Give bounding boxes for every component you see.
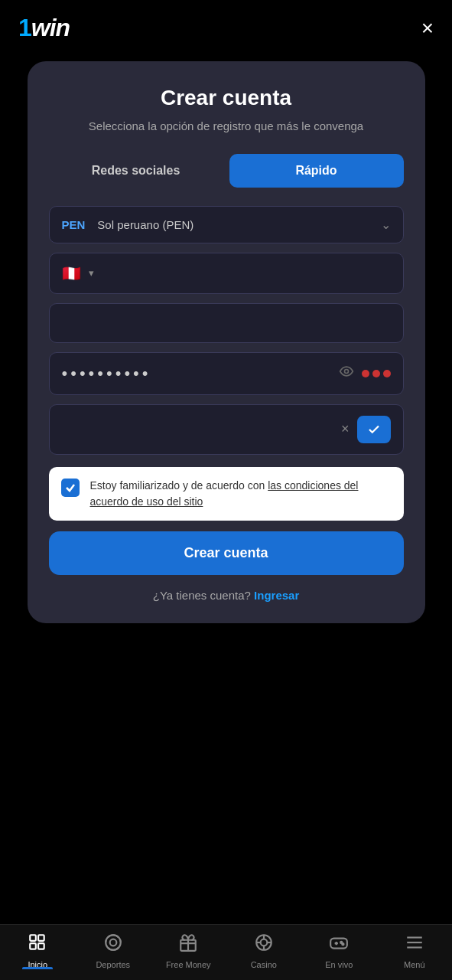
sports-icon [103,933,123,957]
svg-point-0 [344,370,348,374]
svg-point-8 [260,939,267,946]
svg-rect-2 [31,943,37,949]
clear-icon[interactable]: × [341,421,350,437]
nav-label-deportes: Deportes [96,960,130,969]
promo-check-button[interactable] [357,416,391,443]
currency-select[interactable]: PEN Sol peruano (PEN) ⌄ [49,206,404,243]
phone-field[interactable]: 🇵🇪 ▾ [49,253,404,294]
nav-item-free-money[interactable]: Free Money [161,933,215,969]
nav-item-inicio[interactable]: Inicio [11,933,64,969]
nav-label-en-vivo: En vivo [325,960,353,969]
nav-label-free-money: Free Money [166,960,211,969]
create-account-button[interactable]: Crear cuenta [49,531,404,575]
promo-input[interactable] [62,423,341,436]
chevron-down-icon: ⌄ [381,217,391,232]
modal-subtitle: Selecciona la opción de registro que más… [49,118,404,136]
active-bar [22,967,53,969]
nav-label-casino: Casino [251,960,277,969]
top-bar: 1win × [0,0,452,56]
svg-rect-3 [38,935,44,941]
svg-rect-13 [330,939,347,949]
strength-dot-3 [383,370,391,377]
svg-rect-4 [38,943,44,949]
flag-icon: 🇵🇪 [62,264,81,283]
strength-dot-1 [362,370,369,377]
menu-icon [405,933,424,957]
promo-field-group: × [49,404,404,455]
login-row: ¿Ya tienes cuenta? Ingresar [49,589,404,602]
nav-item-casino[interactable]: Casino [237,933,291,969]
strength-dot-2 [372,370,380,377]
name-field-group [49,303,404,343]
svg-point-5 [106,935,121,950]
tab-social[interactable]: Redes sociales [49,154,223,188]
modal-title: Crear cuenta [49,86,404,110]
password-icons [339,364,391,383]
home-icon [28,933,47,957]
modal-overlay: Crear cuenta Selecciona la opción de reg… [0,0,452,980]
tab-rapid[interactable]: Rápido [229,154,404,188]
agreement-text: Estoy familiarizado y de acuerdo con las… [90,478,392,510]
currency-code: PEN [62,218,86,231]
nav-item-menu[interactable]: Menú [388,933,441,969]
app-logo: 1win [18,14,70,42]
registration-tabs: Redes sociales Rápido [49,154,404,188]
agreement-checkbox[interactable] [61,479,80,497]
nav-label-menu: Menú [404,960,425,969]
phone-field-group: 🇵🇪 ▾ [49,253,404,294]
logo-number: 1 [18,14,31,41]
password-dots: •••••••••• [62,364,339,384]
password-field-group: •••••••••• [49,352,404,395]
currency-name: Sol peruano (PEN) [97,218,372,231]
nav-item-en-vivo[interactable]: En vivo [312,933,366,969]
modal-card: Crear cuenta Selecciona la opción de reg… [28,61,425,623]
name-field[interactable] [49,303,404,343]
agreement-row: Estoy familiarizado y de acuerdo con las… [49,467,404,521]
login-prompt: ¿Ya tienes cuenta? [153,589,251,602]
login-link[interactable]: Ingresar [254,589,299,602]
flag-chevron-icon: ▾ [89,267,94,279]
strength-dots [362,370,391,377]
svg-rect-1 [31,935,37,941]
promo-field[interactable]: × [49,404,404,455]
bottom-nav: Inicio Deportes Free Money [0,924,452,980]
phone-input[interactable] [102,266,391,279]
eye-icon[interactable] [339,364,354,383]
close-button[interactable]: × [421,18,434,39]
casino-icon [254,933,274,957]
gift-icon [178,933,198,957]
currency-field-group: PEN Sol peruano (PEN) ⌄ [49,206,404,243]
password-field[interactable]: •••••••••• [49,352,404,395]
svg-point-15 [343,943,344,945]
logo-text: win [31,14,70,41]
nav-item-deportes[interactable]: Deportes [86,933,140,969]
gamepad-icon [329,933,349,957]
